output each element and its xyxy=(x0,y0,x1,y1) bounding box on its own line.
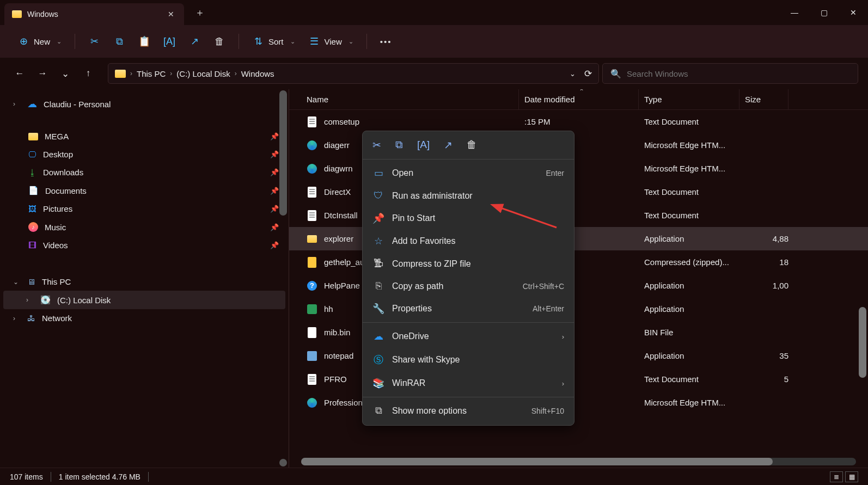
delete-button[interactable]: 🗑 xyxy=(208,32,231,52)
sidebar-item-documents[interactable]: 📄 Documents 📌 xyxy=(3,181,285,200)
cut-button[interactable]: ✂ xyxy=(83,31,106,52)
sidebar-item-mega[interactable]: MEGA 📌 xyxy=(3,127,285,145)
toolbar: ⊕ New ⌄ ✂ ⧉ 📋 [A] ↗ 🗑 ⇅ Sort ⌄ ☰ View ⌄ … xyxy=(0,25,868,58)
crumb-disk[interactable]: (C:) Local Disk xyxy=(176,69,230,78)
sidebar-scroll-down[interactable] xyxy=(279,459,287,466)
new-label: New xyxy=(34,37,50,46)
collapse-chevron[interactable]: ⌃ xyxy=(579,89,584,95)
pin-icon[interactable]: 📌 xyxy=(270,241,279,249)
file-type: Text Document xyxy=(639,187,739,197)
pin-icon[interactable]: 📌 xyxy=(270,150,279,158)
crumb-this-pc[interactable]: This PC xyxy=(137,69,166,78)
chevron-right-icon: › xyxy=(235,70,237,77)
ctx-delete-button[interactable]: 🗑 xyxy=(467,139,477,151)
sidebar-network[interactable]: › 🖧 Network xyxy=(3,309,285,327)
search-box[interactable]: 🔍 xyxy=(602,63,858,84)
ctx-onedrive[interactable]: ☁ OneDrive › xyxy=(363,325,574,348)
sidebar-item-videos[interactable]: 🎞 Videos 📌 xyxy=(3,236,285,254)
ctx-run-admin[interactable]: 🛡 Run as administrator xyxy=(363,185,574,207)
col-size[interactable]: Size xyxy=(739,89,788,109)
sidebar-item-desktop[interactable]: 🖵 Desktop 📌 xyxy=(3,145,285,163)
pin-icon[interactable]: 📌 xyxy=(270,168,279,176)
sidebar-item-music[interactable]: ♪ Music 📌 xyxy=(3,218,285,236)
file-size: 35 xyxy=(739,351,788,360)
context-menu: ✂ ⧉ [A] ↗ 🗑 ▭ Open Enter 🛡 Run as admini… xyxy=(362,131,574,426)
chevron-right-icon: › xyxy=(130,70,132,77)
ctx-copy-button[interactable]: ⧉ xyxy=(395,139,403,151)
pin-icon[interactable]: 📌 xyxy=(270,187,279,195)
pin-icon[interactable]: 📌 xyxy=(270,132,279,140)
search-input[interactable] xyxy=(627,69,850,78)
maximize-button[interactable]: ▢ xyxy=(809,0,839,25)
file-type: Text Document xyxy=(639,211,739,220)
col-type[interactable]: Type xyxy=(639,89,739,109)
tab-close-button[interactable]: ✕ xyxy=(166,8,176,21)
column-headers: ⌃ Name Date modified Type Size xyxy=(289,89,868,110)
sidebar-scrollbar[interactable] xyxy=(279,90,287,216)
pin-icon[interactable]: 📌 xyxy=(270,205,279,213)
paste-button[interactable]: 📋 xyxy=(133,31,156,52)
ctx-skype[interactable]: Ⓢ Share with Skype xyxy=(363,348,574,372)
separator xyxy=(363,159,574,159)
sidebar-disk[interactable]: › 💽 (C:) Local Disk xyxy=(3,291,285,309)
forward-button[interactable]: → xyxy=(33,65,52,82)
ctx-more-options[interactable]: ⧉ Show more options Shift+F10 xyxy=(363,400,574,422)
sidebar-label: Documents xyxy=(45,186,87,195)
copy-button[interactable]: ⧉ xyxy=(108,32,131,52)
sort-button[interactable]: ⇅ Sort ⌄ xyxy=(247,31,301,52)
view-large-button[interactable]: ▦ xyxy=(845,471,858,482)
close-button[interactable]: ✕ xyxy=(839,0,868,25)
rename-button[interactable]: [A] xyxy=(158,32,181,52)
minimize-button[interactable]: ― xyxy=(780,0,809,25)
file-type: Text Document xyxy=(639,117,739,126)
crumb-windows[interactable]: Windows xyxy=(241,69,274,78)
trash-icon: 🗑 xyxy=(213,36,225,47)
chevron-down-icon: ⌄ xyxy=(57,38,62,45)
ctx-open[interactable]: ▭ Open Enter xyxy=(363,162,574,185)
sidebar-item-downloads[interactable]: ⭳ Downloads 📌 xyxy=(3,163,285,181)
pin-icon[interactable]: 📌 xyxy=(270,223,279,231)
wrench-icon: 🔧 xyxy=(372,303,384,315)
sidebar-personal[interactable]: › ☁ Claudiu - Personal xyxy=(3,94,285,114)
ctx-cut-button[interactable]: ✂ xyxy=(372,139,381,151)
file-type: Text Document xyxy=(639,375,739,384)
file-type: Compressed (zipped)... xyxy=(639,257,739,267)
sidebar-this-pc[interactable]: ⌄ 🖥 This PC xyxy=(3,273,285,291)
app-icon xyxy=(307,304,317,314)
file-row[interactable]: comsetup :15 PM Text Document xyxy=(289,110,868,133)
ctx-properties[interactable]: 🔧 Properties Alt+Enter xyxy=(363,297,574,320)
sidebar-label: Music xyxy=(45,223,66,232)
back-button[interactable]: ← xyxy=(10,65,29,82)
more-button[interactable]: ••• xyxy=(375,33,398,51)
ctx-copy-path[interactable]: ⎘ Copy as path Ctrl+Shift+C xyxy=(363,275,574,297)
view-details-button[interactable]: ≣ xyxy=(830,471,843,482)
text-file-icon xyxy=(308,187,316,198)
new-tab-button[interactable]: ＋ xyxy=(192,3,208,22)
winrar-icon: 📚 xyxy=(372,377,384,389)
ctx-share-button[interactable]: ↗ xyxy=(444,139,453,151)
share-button[interactable]: ↗ xyxy=(183,31,206,52)
recent-button[interactable]: ⌄ xyxy=(56,65,75,83)
new-button[interactable]: ⊕ New ⌄ xyxy=(12,31,67,52)
file-size: 1,00 xyxy=(739,281,788,290)
refresh-button[interactable]: ⟳ xyxy=(584,68,592,79)
ctx-compress-zip[interactable]: 🗜 Compress to ZIP file xyxy=(363,253,574,275)
edge-icon xyxy=(307,164,317,174)
col-name[interactable]: Name xyxy=(301,89,519,109)
sidebar-label: Downloads xyxy=(43,168,83,177)
star-icon: ☆ xyxy=(372,235,384,247)
network-icon: 🖧 xyxy=(27,314,35,323)
scroll-thumb[interactable] xyxy=(301,458,773,465)
view-button[interactable]: ☰ View ⌄ xyxy=(303,31,359,52)
address-bar[interactable]: › This PC › (C:) Local Disk › Windows ⌄ … xyxy=(108,63,599,84)
sidebar-item-pictures[interactable]: 🖼 Pictures 📌 xyxy=(3,200,285,218)
history-chevron[interactable]: ⌄ xyxy=(570,70,576,78)
horizontal-scrollbar[interactable] xyxy=(301,458,856,465)
ctx-winrar[interactable]: 📚 WinRAR › xyxy=(363,372,574,395)
onedrive-icon: ☁ xyxy=(372,330,384,342)
content-scrollbar[interactable] xyxy=(859,307,866,378)
rename-icon: [A] xyxy=(163,36,175,47)
up-button[interactable]: ↑ xyxy=(78,65,98,82)
tab-windows[interactable]: Windows ✕ xyxy=(4,3,184,25)
ctx-rename-button[interactable]: [A] xyxy=(417,139,430,151)
